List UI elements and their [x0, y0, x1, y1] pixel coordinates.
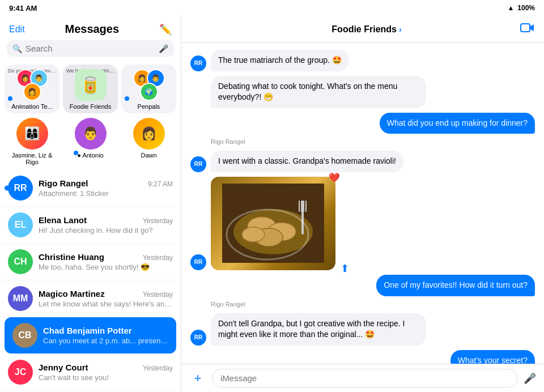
avatar-3: 👩: [23, 83, 41, 101]
conv-jenny[interactable]: JC Jenny Court Yesterday Can't wait to s…: [0, 354, 181, 391]
conv-rigo[interactable]: RR Rigo Rangel 9:27 AM Attachment: 1 Sti…: [0, 170, 181, 207]
msg-row-9: RR Don't tell Grandpa, but I got creativ…: [190, 313, 535, 346]
msg-bubble-3: What did you end up making for dinner?: [380, 113, 535, 134]
conv-chad[interactable]: CB Chad Benjamin Potter Can you meet at …: [5, 317, 176, 354]
msg-avatar-1: RR: [190, 56, 206, 71]
avatar-rigo: RR: [8, 176, 33, 201]
status-bar: 9:41 AM ▲ 100%: [0, 0, 544, 16]
sender-label-8: Rigo Rangel: [211, 301, 535, 308]
chat-title[interactable]: Foodie Friends ›: [332, 24, 401, 35]
single-contacts-row: 👩‍👩‍👦 Jasmine, Liz & Rigo 👨 ● Antonio 👩: [5, 118, 176, 165]
heart-reaction: ❤️: [329, 172, 340, 183]
food-image-container[interactable]: ❤️ ⬆: [211, 177, 335, 270]
pinned-group-foodie[interactable]: We had a great time. Home with... 🥫 Food…: [63, 65, 118, 113]
conv-name-row-rigo: Rigo Rangel 9:27 AM: [39, 178, 173, 188]
mic-button[interactable]: 🎤: [524, 372, 536, 385]
conv-time-magico: Yesterday: [143, 291, 173, 299]
conv-time-christine: Yesterday: [143, 254, 173, 262]
msg-row-7: One of my favorites!! How did it turn ou…: [190, 275, 535, 296]
pinned-contact-jasmine[interactable]: 👩‍👩‍👦 Jasmine, Liz & Rigo: [7, 118, 57, 165]
msg-row-1: RR The true matriarch of the group. 🤩: [190, 50, 535, 71]
conv-content-jenny: Jenny Court Yesterday Can't wait to see …: [39, 363, 173, 382]
pinned-group-penpals[interactable]: 👩 👨 🌍 Penpals: [121, 65, 176, 113]
avatar-elena: EL: [8, 212, 33, 237]
msg-bubble-7: One of my favorites!! How did it turn ou…: [376, 275, 535, 296]
share-button[interactable]: ⬆: [341, 262, 349, 275]
status-time: 9:41 AM: [9, 4, 37, 12]
name-antonio: ● Antonio: [77, 152, 103, 159]
conv-content-christine: Christine Huang Yesterday Me too, haha. …: [39, 252, 173, 271]
sidebar-header: Edit Messages ✏️: [0, 16, 181, 40]
mic-icon[interactable]: 🎤: [159, 44, 168, 53]
sender-label-4: Rigo Rangel: [211, 138, 535, 145]
svg-rect-8: [299, 201, 300, 212]
search-input[interactable]: [26, 44, 155, 53]
msg-row-10: What's your secret?: [190, 350, 535, 364]
conv-magico[interactable]: MM Magico Martinez Yesterday Let me know…: [0, 280, 181, 317]
unread-dot-rigo: [5, 186, 10, 191]
svg-rect-0: [521, 24, 530, 32]
msg-bubble-9: Don't tell Grandpa, but I got creative w…: [211, 313, 426, 346]
msg-row-image: RR: [190, 177, 535, 270]
conv-name-row-christine: Christine Huang Yesterday: [39, 252, 173, 262]
sidebar-title: Messages: [65, 23, 119, 36]
pinned-section: Do you want to review all the rend... 👩 …: [0, 62, 181, 170]
pinned-group-animation[interactable]: Do you want to review all the rend... 👩 …: [5, 65, 60, 113]
msg-avatar-img: RR: [190, 254, 206, 270]
video-call-button[interactable]: [520, 23, 535, 36]
group-avatar-animation: 👩 👨 👩: [16, 69, 48, 101]
msg-row-2: Debating what to cook tonight. What's on…: [190, 76, 535, 108]
conv-elena[interactable]: EL Elena Lanot Yesterday Hi! Just checki…: [0, 207, 181, 244]
conv-name-row-elena: Elena Lanot Yesterday: [39, 215, 173, 225]
search-icon: 🔍: [12, 44, 22, 53]
group-name-penpals: Penpals: [138, 103, 160, 110]
conv-christine[interactable]: CH Christine Huang Yesterday Me too, hah…: [0, 244, 181, 280]
conv-preview-magico: Let me know what she says! Here's anothe…: [39, 300, 173, 308]
pinned-contact-antonio[interactable]: 👨 ● Antonio: [66, 118, 116, 165]
svg-rect-9: [301, 201, 302, 212]
battery-icon: 100%: [517, 4, 535, 12]
conv-content-elena: Elena Lanot Yesterday Hi! Just checking …: [39, 215, 173, 235]
group-name-foodie: Foodie Friends: [70, 103, 111, 110]
group-name-animation: Animation Te...: [11, 103, 53, 110]
avatar-antonio: 👨: [75, 118, 107, 150]
pinned-contact-dawn[interactable]: 👩 Dawn: [124, 118, 174, 165]
conv-preview-rigo: Attachment: 1 Sticker: [39, 189, 173, 198]
conv-name-row-jenny: Jenny Court Yesterday: [39, 363, 173, 372]
conv-content-chad: Chad Benjamin Potter Can you meet at 2 p…: [43, 326, 168, 345]
conv-name-christine: Christine Huang: [39, 252, 104, 262]
status-right: ▲ 100%: [507, 4, 535, 12]
add-attachment-button[interactable]: +: [189, 370, 206, 387]
conv-name-rigo: Rigo Rangel: [39, 178, 88, 188]
avatar-jasmine: 👩‍👩‍👦: [16, 118, 48, 150]
svg-point-6: [242, 227, 265, 242]
msg-bubble-5: I went with a classic. Grandpa's homemad…: [211, 151, 403, 172]
edit-button[interactable]: Edit: [9, 24, 25, 35]
conv-name-chad: Chad Benjamin Potter: [43, 326, 132, 335]
conv-name-elena: Elena Lanot: [39, 215, 87, 225]
conv-time-elena: Yesterday: [143, 217, 173, 225]
compose-button[interactable]: ✏️: [159, 23, 172, 36]
group-row: Do you want to review all the rend... 👩 …: [5, 65, 176, 113]
msg-row-3: What did you end up making for dinner?: [190, 113, 535, 134]
avatar-magico: MM: [8, 286, 33, 311]
msg-avatar-5: RR: [190, 156, 206, 172]
conv-name-magico: Magico Martinez: [39, 289, 105, 299]
sidebar: Edit Messages ✏️ 🔍 🎤 Do you want to revi…: [0, 16, 181, 392]
conv-name-jenny: Jenny Court: [39, 363, 88, 372]
messages-area: RR The true matriarch of the group. 🤩 De…: [181, 43, 544, 364]
chat-header: Foodie Friends ›: [181, 16, 544, 43]
conv-content-rigo: Rigo Rangel 9:27 AM Attachment: 1 Sticke…: [39, 178, 173, 198]
avatar-dawn: 👩: [133, 118, 165, 150]
group-avatar-foodie: 🥫: [75, 69, 107, 101]
conv-preview-christine: Me too, haha. See you shortly! 😎: [39, 263, 173, 271]
message-input[interactable]: [212, 369, 518, 387]
food-image: [211, 177, 335, 270]
avatar-jenny: JC: [8, 360, 33, 385]
conv-name-row-chad: Chad Benjamin Potter: [43, 326, 168, 335]
conv-preview-chad: Can you meet at 2 p.m. ab... presentatio…: [43, 336, 168, 345]
conv-preview-elena: Hi! Just checking in. How did it go?: [39, 226, 173, 235]
name-dawn: Dawn: [141, 152, 156, 159]
unread-dot-animation: [8, 96, 12, 101]
msg-row-5: RR I went with a classic. Grandpa's home…: [190, 151, 535, 172]
